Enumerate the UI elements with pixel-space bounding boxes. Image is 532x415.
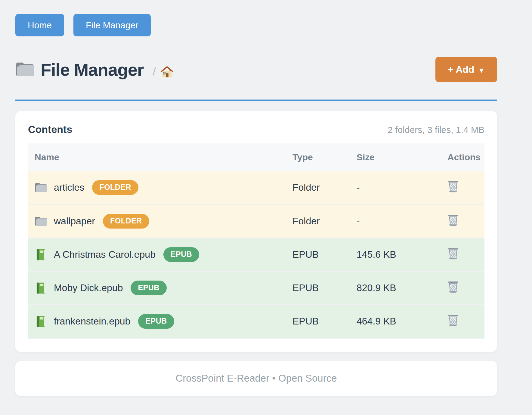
type-badge: FOLDER [103, 214, 149, 229]
trash-icon [447, 314, 459, 327]
divider [15, 100, 497, 101]
file-name[interactable]: wallpaper [54, 216, 95, 227]
size-cell: - [357, 171, 447, 204]
file-icon [35, 182, 47, 193]
page-container: Home File Manager File Manager / + Add▼ … [15, 0, 497, 396]
delete-button[interactable] [447, 281, 459, 293]
add-button[interactable]: + Add▼ [435, 57, 497, 82]
column-header-type: Type [292, 143, 357, 171]
delete-button[interactable] [447, 247, 459, 260]
name-cell: wallpaper FOLDER [28, 214, 292, 229]
file-name[interactable]: A Christmas Carol.epub [54, 249, 156, 260]
actions-cell [447, 204, 484, 238]
size-cell: 464.9 KB [357, 305, 447, 338]
type-badge: EPUB [131, 281, 166, 295]
contents-heading: Contents [28, 124, 72, 135]
table-row: articles FOLDER Folder - [28, 171, 484, 204]
contents-card-header: Contents 2 folders, 3 files, 1.4 MB [28, 124, 484, 135]
home-icon[interactable] [160, 65, 174, 78]
table-body: articles FOLDER Folder - wallpaper FOLDE… [28, 171, 484, 338]
contents-summary: 2 folders, 3 files, 1.4 MB [388, 125, 484, 135]
type-cell: Folder [292, 171, 357, 204]
folder-icon [15, 61, 35, 78]
file-manager-button[interactable]: File Manager [73, 14, 151, 36]
delete-button[interactable] [447, 180, 459, 193]
footer-text: CrossPoint E-Reader • Open Source [175, 373, 337, 384]
type-cell: EPUB [292, 305, 357, 338]
file-name[interactable]: frankenstein.epub [54, 316, 130, 327]
size-cell: 145.6 KB [357, 238, 447, 271]
page-header: File Manager / + Add▼ [15, 57, 497, 82]
breadcrumb-separator: / [153, 66, 156, 78]
home-button[interactable]: Home [15, 14, 64, 36]
name-cell: articles FOLDER [28, 180, 292, 195]
type-cell: EPUB [292, 271, 357, 305]
actions-cell [447, 238, 484, 271]
delete-button[interactable] [447, 214, 459, 226]
table-header: Name Type Size Actions [28, 143, 484, 171]
type-cell: EPUB [292, 238, 357, 271]
page-title: File Manager [41, 60, 144, 80]
file-icon [35, 316, 47, 327]
type-badge: EPUB [163, 247, 199, 262]
size-cell: 820.9 KB [357, 271, 447, 305]
file-name[interactable]: articles [54, 182, 84, 193]
footer: CrossPoint E-Reader • Open Source [15, 361, 497, 396]
trash-icon [447, 247, 459, 260]
delete-button[interactable] [447, 314, 459, 327]
type-badge: EPUB [138, 314, 174, 329]
type-cell: Folder [292, 204, 357, 238]
file-icon [35, 282, 47, 294]
type-badge: FOLDER [92, 180, 138, 195]
top-nav: Home File Manager [15, 0, 497, 36]
file-table: Name Type Size Actions articles FOLDER F… [28, 143, 484, 339]
name-cell: A Christmas Carol.epub EPUB [28, 247, 292, 262]
column-header-size: Size [357, 143, 447, 171]
trash-icon [447, 180, 459, 193]
add-button-label: + Add [448, 64, 475, 75]
contents-card: Contents 2 folders, 3 files, 1.4 MB Name… [15, 111, 497, 352]
table-row: Moby Dick.epub EPUB EPUB 820.9 KB [28, 271, 484, 305]
actions-cell [447, 171, 484, 204]
table-row: A Christmas Carol.epub EPUB EPUB 145.6 K… [28, 238, 484, 271]
name-cell: frankenstein.epub EPUB [28, 314, 292, 329]
trash-icon [447, 281, 459, 293]
file-icon [35, 216, 47, 227]
file-name[interactable]: Moby Dick.epub [54, 282, 123, 294]
actions-cell [447, 305, 484, 338]
table-row: wallpaper FOLDER Folder - [28, 204, 484, 238]
column-header-name: Name [28, 143, 292, 171]
table-row: frankenstein.epub EPUB EPUB 464.9 KB [28, 305, 484, 338]
file-icon [35, 249, 47, 260]
name-cell: Moby Dick.epub EPUB [28, 281, 292, 295]
column-header-actions: Actions [447, 143, 484, 171]
size-cell: - [357, 204, 447, 238]
trash-icon [447, 214, 459, 226]
actions-cell [447, 271, 484, 305]
chevron-down-icon: ▼ [478, 66, 485, 74]
